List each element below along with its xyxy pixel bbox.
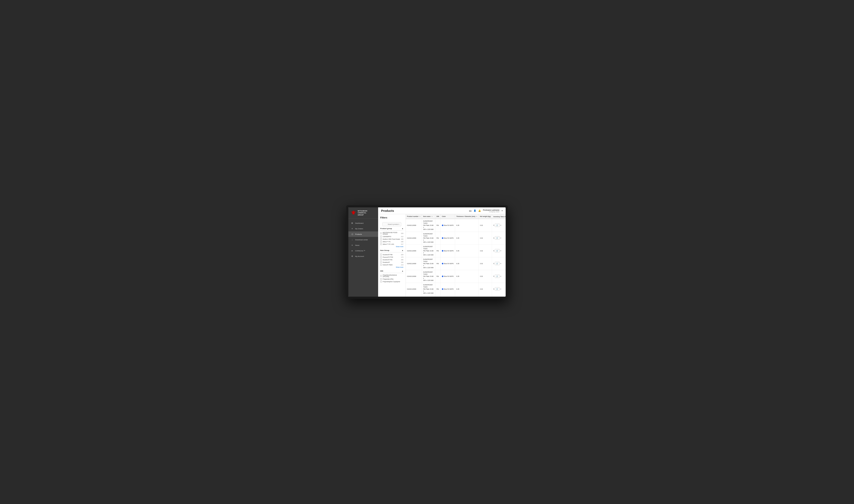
- chevron-up-icon: ▲: [402, 228, 404, 230]
- filter-section-header-product-group[interactable]: Product group ▲: [380, 228, 404, 231]
- cell-item-name: DURATRON® T4203PAI Plate 15.88 x305 x 12…: [422, 283, 435, 295]
- user-info: Firstname Lastname Company name: [483, 209, 499, 213]
- cell-din: PAI: [435, 244, 440, 257]
- sidebar-item-download-center[interactable]: ↓ Download center: [348, 237, 378, 242]
- cell-inventory: 5 🛒 ▾: [492, 270, 506, 283]
- search-bar-container: 🔍: [380, 221, 404, 228]
- color-dot: [442, 237, 443, 239]
- cell-product-number: 01042110008: [406, 257, 422, 270]
- table-header: Product number ⇅ Item name ⇅: [406, 214, 506, 219]
- cell-item-name: DURATRON® T4203PAI Plate 15.88 x305 x 12…: [422, 270, 435, 283]
- row-expand-button[interactable]: ▾: [500, 288, 501, 290]
- add-to-cart-button[interactable]: 🛒: [495, 287, 500, 291]
- col-header-inventory[interactable]: Inventory Task, ESC ⚙: [492, 214, 506, 219]
- cell-thickness: 6.35: [455, 295, 479, 296]
- cell-item-name: DURATRON® T4203PAI Plate 15.88 x305 x 12…: [422, 295, 435, 296]
- filter-checkbox-polyetheretherketone[interactable]: [380, 275, 382, 277]
- sidebar-item-products[interactable]: ◻ Products: [348, 231, 378, 237]
- sort-icon: ⇅: [476, 216, 477, 217]
- col-header-thickness[interactable]: Thickness / Diameter (mm) ⇅: [455, 214, 479, 219]
- filters-title: Filters: [380, 216, 404, 219]
- sidebar-item-my-account[interactable]: ⚙ My Account: [348, 253, 378, 259]
- col-header-item-name[interactable]: Item name ⇅: [422, 214, 435, 219]
- filter-section-din: DIN ▲ Polyetheretherketone (PK1000): [380, 270, 404, 282]
- col-header-net-weight[interactable]: Net weight (kg): [479, 214, 492, 219]
- filter-checkbox-duratron[interactable]: [380, 262, 382, 263]
- add-to-cart-button[interactable]: 🛒: [495, 223, 500, 227]
- filter-item: Duratron® PAI 280: [380, 259, 404, 260]
- products-icon: ◻: [351, 233, 354, 235]
- search-input[interactable]: [382, 222, 401, 226]
- language-button[interactable]: EN: [469, 210, 472, 212]
- sidebar-navigation: ⊞ Dashboard ≡ My Orders ◻ Products ↓ Dow…: [348, 219, 378, 296]
- sidebar-item-coracal[interactable]: ▸ CORACAL™: [348, 248, 378, 253]
- cell-thickness: 6.35: [455, 270, 479, 283]
- sidebar-item-dashboard[interactable]: ⊞ Dashboard: [348, 220, 378, 226]
- inventory-value: 5: [493, 288, 494, 290]
- row-expand-button[interactable]: ▾: [500, 275, 501, 277]
- chevron-right-icon: ▸: [351, 250, 354, 252]
- row-expand-button[interactable]: ▾: [500, 250, 501, 252]
- row-expand-button[interactable]: ▾: [500, 224, 501, 226]
- cell-color: Blue 50 GEPE: [440, 219, 455, 232]
- cell-thickness: 6.35: [455, 244, 479, 257]
- chevron-down-icon[interactable]: ▾: [502, 210, 503, 212]
- filter-checkbox-polymethylene[interactable]: [380, 281, 382, 282]
- color-dot: [442, 275, 443, 277]
- filter-section-header-item-group[interactable]: Item Group ▲: [380, 249, 404, 252]
- sidebar-item-label-coracal: CORACAL™: [355, 250, 365, 252]
- cell-net-weight: 3.32: [479, 232, 492, 244]
- color-dot: [442, 288, 443, 290]
- top-bar: Products EN 👤 🔔 Firstname Lastname Compa…: [378, 208, 506, 214]
- filter-checkbox-fluoron-ptfe[interactable]: [380, 256, 382, 258]
- person-icon[interactable]: 👤: [474, 210, 476, 212]
- add-to-cart-button[interactable]: 🛒: [495, 274, 500, 278]
- col-header-din[interactable]: DIN: [435, 214, 440, 219]
- cell-item-name: DURATRON® T4203PAI Plate 15.88 x305 x 12…: [422, 244, 435, 257]
- cell-net-weight: 3.32: [479, 219, 492, 232]
- cell-item-name: DURATRON® T4203PAI Plate 15.88 x305 x 12…: [422, 232, 435, 244]
- row-expand-button[interactable]: ▾: [500, 263, 501, 265]
- filter-checkbox-polyamide[interactable]: [380, 278, 382, 280]
- filter-item: Ketron® PEEK 213: [380, 264, 404, 266]
- dashboard-icon: ⊞: [351, 222, 354, 224]
- filter-checkbox-acetron[interactable]: [380, 232, 382, 234]
- bell-icon[interactable]: 🔔: [478, 210, 481, 212]
- cell-inventory: 5 🛒 ▾: [492, 219, 506, 232]
- filter-item: Duratron® 280: [380, 262, 404, 263]
- table-row: 01042110008 DURATRON® T4203PAI Plate 15.…: [406, 257, 506, 270]
- show-more-product-group[interactable]: Show more: [380, 246, 404, 247]
- filter-item: Duratron® PBI 329: [380, 254, 404, 255]
- sidebar-item-my-orders[interactable]: ≡ My Orders: [348, 226, 378, 231]
- filter-checkbox-cerampfg[interactable]: [380, 236, 382, 237]
- table-row: 01042110008 DURATRON® T4203PAI Plate 15.…: [406, 244, 506, 257]
- filter-checkbox-duratron-pbi[interactable]: [380, 254, 382, 255]
- cell-item-name: DURATRON® T4203PAI Plate 15.88 x305 x 12…: [422, 257, 435, 270]
- show-more-item-group[interactable]: Show more: [380, 267, 404, 268]
- col-header-color[interactable]: Color: [440, 214, 455, 219]
- table-area: Product number ⇅ Item name ⇅: [406, 214, 506, 296]
- col-header-product-number[interactable]: Product number ⇅: [406, 214, 422, 219]
- filter-checkbox-altron-pc-lsg[interactable]: [380, 243, 382, 245]
- add-to-cart-button[interactable]: 🛒: [495, 236, 500, 240]
- cell-din: PAI: [435, 283, 440, 295]
- account-icon: ⚙: [351, 255, 354, 257]
- inventory-value: 5: [493, 263, 494, 264]
- download-icon: ↓: [351, 239, 354, 241]
- logo-text: MITSUBISHI CHEMICAL GROUP: [358, 210, 367, 216]
- sidebar-item-news[interactable]: ≡ News: [348, 242, 378, 248]
- cell-net-weight: 3.32: [479, 270, 492, 283]
- filter-checkbox-acetron-vmx[interactable]: [380, 238, 382, 240]
- cell-product-number: 01042110008: [406, 219, 422, 232]
- filter-item: Polymethylene Copolymer: [380, 281, 404, 282]
- cell-net-weight: 3.32: [479, 257, 492, 270]
- filter-section-product-group: Product group ▲ ACETRON MD FOOD GRADE 32…: [380, 228, 404, 247]
- filter-checkbox-altron-pc[interactable]: [380, 241, 382, 242]
- filter-checkbox-duratron-pai[interactable]: [380, 259, 382, 260]
- cell-product-number: 01042110008: [406, 244, 422, 257]
- add-to-cart-button[interactable]: 🛒: [495, 249, 500, 252]
- filter-checkbox-ketron-peek[interactable]: [380, 264, 382, 266]
- filter-section-header-din[interactable]: DIN ▲: [380, 270, 404, 273]
- add-to-cart-button[interactable]: 🛒: [495, 262, 500, 265]
- row-expand-button[interactable]: ▾: [500, 237, 501, 239]
